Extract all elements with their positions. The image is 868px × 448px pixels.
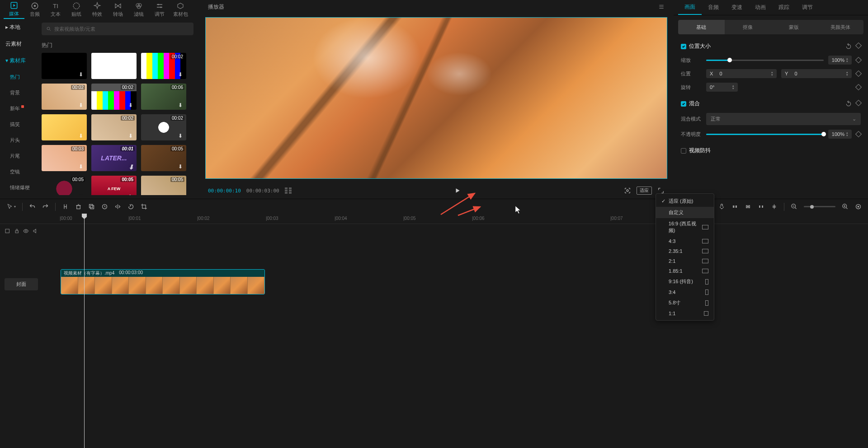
tile-10[interactable]: 00:03⬇ (42, 145, 87, 171)
delete-tool[interactable] (75, 203, 82, 210)
tile-later[interactable]: LATER...00:01⬇ (91, 145, 137, 171)
tile-white[interactable]: ⬇ (91, 53, 137, 79)
video-clip[interactable]: 视频素材（有字幕）.mp400:00:03:00 (61, 269, 265, 294)
subtab-basic[interactable]: 基础 (678, 20, 725, 34)
insp-tab-audio[interactable]: 音频 (702, 0, 725, 15)
keyframe-icon[interactable] (855, 131, 862, 137)
insp-tab-adjust[interactable]: 调节 (796, 0, 819, 15)
cat-broll[interactable]: 空镜 (0, 164, 36, 180)
aspect-custom[interactable]: 自定义 (656, 207, 714, 218)
blend-checkbox[interactable] (681, 101, 686, 107)
pos-x-input[interactable]: X 0▴▾ (706, 69, 777, 78)
tab-sticker[interactable]: 贴纸 (66, 0, 87, 19)
split-tool[interactable] (62, 203, 69, 210)
cat-intro[interactable]: 片头 (0, 132, 36, 148)
tab-audio[interactable]: 音频 (24, 0, 45, 19)
tab-filter[interactable]: 滤镜 (128, 0, 149, 19)
scan-icon[interactable] (624, 187, 631, 194)
aspect-16-9[interactable]: 16:9 (西瓜视频) (656, 218, 714, 236)
subtab-mask[interactable]: 蒙版 (771, 20, 817, 34)
pointer-tool[interactable]: ▾ (6, 203, 16, 210)
keyframe-icon[interactable] (855, 42, 862, 48)
track-area[interactable]: 视频素材（有字幕）.mp400:00:03:00 (42, 224, 868, 448)
cat-meme[interactable]: 情绪爆梗 (0, 180, 36, 196)
blend-mode-select[interactable]: 正常⌄ (706, 113, 861, 125)
tab-adjust[interactable]: 调节 (149, 0, 170, 19)
zoom-slider[interactable] (804, 206, 835, 207)
cover-button[interactable]: 封面 (5, 278, 38, 290)
tile-12[interactable]: 00:05⬇ (141, 145, 186, 171)
keyframe-icon[interactable] (855, 70, 862, 77)
copy-tool[interactable] (88, 203, 95, 210)
tab-effect[interactable]: 特效 (87, 0, 108, 19)
keyframe-icon[interactable] (855, 57, 862, 63)
mirror-tool[interactable] (114, 203, 121, 210)
cat-outro[interactable]: 片尾 (0, 148, 36, 164)
cat-library[interactable]: ▾ 素材库 (0, 52, 36, 69)
insp-tab-anim[interactable]: 动画 (749, 0, 772, 15)
pos-y-input[interactable]: Y 0▴▾ (781, 69, 852, 78)
collapse-icon[interactable] (5, 228, 10, 234)
mute-icon[interactable] (33, 228, 38, 234)
compare-icon[interactable] (285, 187, 292, 194)
redo-button[interactable] (42, 203, 49, 210)
aspect-2-1[interactable]: 2:1 (656, 256, 714, 266)
aspect-fit[interactable]: ✓适应 (原始) (656, 196, 714, 207)
crop-tool[interactable] (141, 203, 147, 210)
tile-15[interactable]: 00:05⬇ (141, 176, 186, 195)
tab-media[interactable]: 媒体 (4, 0, 24, 19)
link-on[interactable] (745, 203, 751, 210)
zoom-in[interactable] (842, 203, 849, 210)
reset-icon[interactable] (845, 101, 852, 107)
opacity-slider[interactable] (706, 134, 824, 135)
aspect-ratio-button[interactable]: 适应 (637, 187, 652, 195)
aspect-1-1[interactable]: 1:1 (656, 308, 714, 318)
tile-colorbars[interactable]: 00:02⬇ (141, 53, 186, 79)
insp-tab-speed[interactable]: 变速 (725, 0, 749, 15)
player-menu-icon[interactable] (658, 4, 665, 10)
tab-pack[interactable]: 素材包 (170, 0, 191, 19)
aspect-3-4[interactable]: 3:4 (656, 287, 714, 297)
opacity-input[interactable]: 100%▴▾ (828, 130, 852, 139)
position-checkbox[interactable] (681, 44, 686, 49)
tile-4[interactable]: 00:02⬇ (42, 84, 87, 110)
tile-13[interactable]: 00:05⬇ (42, 176, 87, 195)
speed-tool[interactable] (101, 203, 108, 210)
tile-5[interactable]: 00:02⬇ (91, 84, 137, 110)
mic-button[interactable] (718, 203, 725, 210)
cat-funny[interactable]: 搞笑 (0, 117, 36, 132)
aspect-185-1[interactable]: 1.85:1 (656, 266, 714, 276)
playhead[interactable] (84, 214, 85, 448)
tab-transition[interactable]: 转场 (108, 0, 128, 19)
tile-afew[interactable]: A FEW00:05⬇ (91, 176, 137, 195)
aspect-4-3[interactable]: 4:3 (656, 236, 714, 246)
play-button[interactable] (297, 187, 618, 194)
aspect-235-1[interactable]: 2.35:1 (656, 246, 714, 256)
tile-6[interactable]: 00:06⬇ (141, 84, 186, 110)
tile-8[interactable]: 00:02⬇ (91, 114, 137, 140)
cat-newyear[interactable]: 新年 (0, 101, 36, 117)
lock-icon[interactable] (14, 228, 20, 234)
zoom-fit[interactable] (855, 203, 862, 210)
scale-input[interactable]: 100%▴▾ (828, 56, 852, 65)
viewport[interactable] (202, 14, 671, 182)
scale-slider[interactable] (706, 60, 824, 61)
tile-black[interactable]: ⬇ (42, 53, 87, 79)
preview-canvas[interactable] (205, 17, 667, 179)
tab-text[interactable]: TI文本 (45, 0, 66, 19)
tile-7[interactable]: ⬇ (42, 114, 87, 140)
rotate-input[interactable]: 0°▴▾ (706, 83, 738, 92)
subtab-cutout[interactable]: 抠像 (725, 20, 771, 34)
keyframe-icon[interactable] (855, 99, 862, 106)
keyframe-icon[interactable] (855, 84, 862, 90)
align-tool[interactable] (771, 203, 778, 210)
undo-button[interactable] (29, 203, 36, 210)
preview-on[interactable] (758, 203, 764, 210)
zoom-out[interactable] (791, 203, 797, 210)
stabilize-checkbox[interactable] (681, 148, 686, 154)
magnet-on[interactable] (731, 203, 738, 210)
tile-9[interactable]: 00:02⬇ (141, 114, 186, 140)
rotate-tool[interactable] (127, 203, 134, 210)
search-input[interactable]: 搜索视频场景/元素 (42, 23, 193, 35)
subtab-beauty[interactable]: 美颜美体 (817, 20, 864, 34)
